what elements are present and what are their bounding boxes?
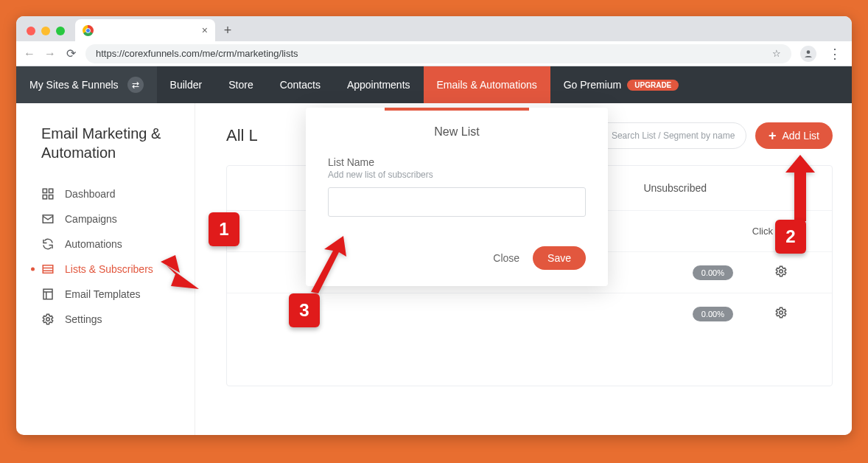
new-tab-button[interactable]: + bbox=[218, 21, 237, 40]
list-icon bbox=[41, 262, 55, 276]
sidebar-item-label: Automations bbox=[65, 238, 122, 250]
save-button[interactable]: Save bbox=[533, 246, 586, 270]
svg-rect-4 bbox=[49, 195, 53, 199]
annotation-arrow-3 bbox=[307, 236, 358, 298]
svg-marker-19 bbox=[785, 155, 815, 221]
gear-icon bbox=[41, 313, 55, 326]
svg-point-12 bbox=[46, 318, 50, 321]
rate-chip: 0.00% bbox=[693, 265, 733, 280]
app-body: Email Marketing & Automation Dashboard C… bbox=[16, 103, 852, 435]
reload-icon[interactable]: ⟳ bbox=[65, 46, 77, 60]
svg-rect-1 bbox=[43, 189, 46, 192]
template-icon bbox=[41, 288, 55, 301]
row-settings-icon[interactable] bbox=[774, 306, 788, 321]
envelope-icon bbox=[41, 212, 55, 226]
window-controls bbox=[24, 27, 71, 41]
minimize-window-icon[interactable] bbox=[41, 27, 50, 35]
main-content: All L Search List / Segment by name + Ad… bbox=[195, 103, 852, 435]
sidebar-item-label: Email Templates bbox=[65, 288, 140, 300]
forward-icon[interactable]: → bbox=[44, 47, 56, 60]
close-button[interactable]: Close bbox=[493, 252, 519, 264]
sidebar-item-templates[interactable]: Email Templates bbox=[41, 282, 180, 307]
chrome-icon bbox=[83, 25, 94, 36]
annotation-arrow-1 bbox=[161, 251, 205, 298]
svg-point-15 bbox=[780, 270, 783, 274]
swap-icon: ⇄ bbox=[127, 77, 144, 93]
back-icon[interactable]: ← bbox=[24, 47, 35, 60]
search-placeholder: Search List / Segment by name bbox=[612, 130, 735, 141]
plus-icon: + bbox=[769, 128, 777, 144]
refresh-icon bbox=[41, 237, 55, 251]
browser-window: × + ← → ⟳ https://corexfunnels.com/me/cr… bbox=[16, 16, 852, 435]
column-unsubscribed: Unsubscribed bbox=[643, 182, 707, 194]
nav-appointments[interactable]: Appointments bbox=[334, 66, 424, 103]
annotation-arrow-2 bbox=[778, 155, 822, 224]
profile-avatar[interactable] bbox=[800, 46, 816, 62]
svg-marker-17 bbox=[167, 265, 199, 289]
svg-marker-20 bbox=[311, 236, 346, 293]
nav-contacts[interactable]: Contacts bbox=[267, 66, 334, 103]
browser-tabstrip: × + bbox=[16, 16, 852, 41]
nav-go-premium[interactable]: Go Premium UPGRADE bbox=[550, 66, 693, 103]
svg-rect-3 bbox=[43, 195, 46, 199]
svg-rect-6 bbox=[43, 265, 53, 274]
url-text: https://corexfunnels.com/me/crm/marketin… bbox=[96, 48, 298, 59]
brand-label: My Sites & Funnels bbox=[29, 79, 119, 91]
annotation-badge-3: 3 bbox=[289, 293, 320, 327]
field-label: List Name bbox=[328, 156, 586, 168]
sidebar-item-automations[interactable]: Automations bbox=[41, 232, 180, 257]
search-input[interactable]: Search List / Segment by name bbox=[584, 122, 746, 149]
sidebar-item-dashboard[interactable]: Dashboard bbox=[41, 181, 180, 206]
add-list-button[interactable]: + Add List bbox=[755, 122, 833, 149]
modal-title: New List bbox=[306, 111, 608, 156]
sidebar-item-lists[interactable]: Lists & Subscribers bbox=[41, 257, 180, 282]
sidebar-item-campaigns[interactable]: Campaigns bbox=[41, 206, 180, 232]
svg-point-16 bbox=[780, 311, 783, 315]
sidebar-item-label: Settings bbox=[65, 313, 102, 325]
sidebar-item-label: Lists & Subscribers bbox=[65, 263, 153, 275]
nav-builder[interactable]: Builder bbox=[157, 66, 216, 103]
sidebar-item-label: Dashboard bbox=[65, 188, 116, 200]
add-list-label: Add List bbox=[782, 130, 819, 142]
browser-tab[interactable]: × bbox=[75, 19, 215, 41]
bookmark-icon[interactable]: ☆ bbox=[772, 48, 781, 59]
rate-chip: 0.00% bbox=[693, 307, 733, 321]
page-title: All L bbox=[226, 126, 258, 145]
brand-switcher[interactable]: My Sites & Funnels ⇄ bbox=[16, 66, 157, 103]
maximize-window-icon[interactable] bbox=[56, 27, 65, 35]
annotation-badge-2: 2 bbox=[775, 220, 806, 254]
nav-store[interactable]: Store bbox=[215, 66, 266, 103]
close-tab-icon[interactable]: × bbox=[202, 24, 208, 36]
sidebar-title: Email Marketing & Automation bbox=[41, 124, 180, 162]
dashboard-icon bbox=[41, 187, 55, 201]
row-settings-icon[interactable] bbox=[774, 265, 788, 280]
nav-emails-automations[interactable]: Emails & Automations bbox=[424, 66, 550, 103]
app-top-nav: My Sites & Funnels ⇄ Builder Store Conta… bbox=[16, 66, 852, 103]
browser-address-bar: ← → ⟳ https://corexfunnels.com/me/crm/ma… bbox=[16, 41, 852, 66]
svg-point-0 bbox=[807, 50, 811, 54]
sidebar-item-label: Campaigns bbox=[65, 213, 117, 225]
close-window-icon[interactable] bbox=[27, 27, 35, 35]
svg-rect-2 bbox=[49, 189, 53, 192]
svg-rect-9 bbox=[43, 289, 52, 299]
browser-menu-icon[interactable]: ⋮ bbox=[825, 47, 844, 60]
upgrade-pill: UPGRADE bbox=[627, 80, 679, 91]
list-name-input[interactable] bbox=[328, 187, 586, 217]
field-hint: Add new list of subscribers bbox=[328, 170, 586, 180]
annotation-badge-1: 1 bbox=[209, 212, 239, 246]
sidebar-item-settings[interactable]: Settings bbox=[41, 307, 180, 332]
svg-marker-18 bbox=[161, 255, 180, 273]
url-field[interactable]: https://corexfunnels.com/me/crm/marketin… bbox=[85, 44, 791, 63]
